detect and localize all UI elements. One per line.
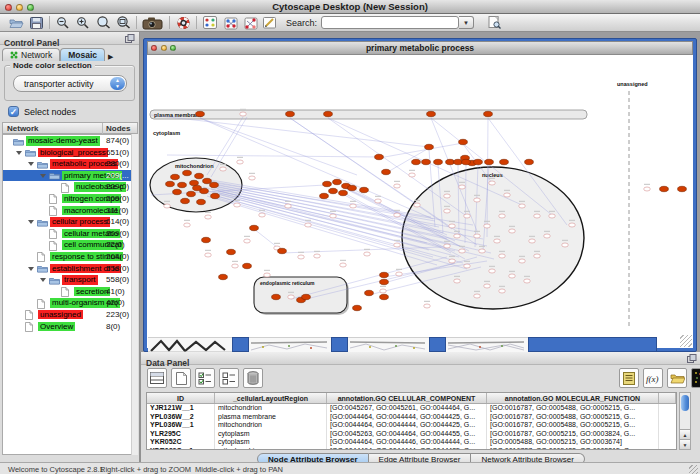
gene-node[interactable] — [264, 273, 271, 277]
canvas-resize-grip[interactable] — [680, 335, 692, 347]
select-attributes-icon[interactable] — [195, 368, 215, 388]
zoom-out-icon[interactable] — [53, 15, 73, 31]
table-cell[interactable]: YPL036W__1 — [147, 421, 215, 430]
gene-node[interactable] — [454, 234, 461, 238]
attribute-matrix-icon[interactable] — [691, 368, 700, 388]
table-cell[interactable]: YLR295C — [147, 430, 215, 439]
gene-node[interactable] — [524, 279, 531, 283]
tree-row[interactable]: unassigned223(0) — [3, 309, 137, 321]
selected-gene-node[interactable] — [462, 159, 471, 164]
selected-gene-node[interactable] — [425, 144, 434, 149]
net-zoom-button[interactable] — [170, 45, 176, 51]
attribute-table[interactable]: ID_cellularLayoutRegionannotation.GO CEL… — [146, 392, 677, 450]
selected-gene-node[interactable] — [211, 193, 220, 198]
gene-node[interactable] — [285, 204, 292, 208]
gene-node[interactable] — [234, 203, 241, 207]
selected-gene-node[interactable] — [173, 189, 182, 194]
tree-row[interactable]: establishment of lo558(0) — [3, 263, 137, 275]
tree-row[interactable]: macromolecule311(0) — [3, 205, 137, 217]
column-header[interactable]: annotation.GO MOLECULAR_FUNCTION — [487, 393, 659, 403]
background-window-frame[interactable] — [528, 337, 657, 352]
scroll-up-icon[interactable]: ▲ — [680, 429, 690, 439]
network-canvas[interactable]: plasma membrane cytoplasm mitochondrion … — [147, 55, 693, 348]
background-window-frame[interactable] — [429, 337, 446, 352]
gene-node[interactable] — [519, 259, 526, 263]
table-cell[interactable]: [GO:0016787, GO:0005488, GO:0005215, G..… — [487, 404, 659, 413]
gene-node[interactable] — [464, 264, 471, 268]
tree-node-label[interactable]: mosaic-demo-yeast — [26, 136, 100, 146]
save-session-icon[interactable] — [26, 15, 46, 31]
selected-gene-node[interactable] — [190, 180, 199, 185]
select-nodes-checkbox[interactable]: ✓ — [8, 106, 19, 117]
selected-gene-node[interactable] — [422, 159, 431, 164]
selected-gene-node[interactable] — [324, 111, 333, 116]
table-row[interactable]: YKR052Ccytoplasm[GO:0044464, GO:0044446,… — [147, 438, 676, 447]
gene-node[interactable] — [350, 204, 357, 208]
table-cell[interactable]: [GO:0044464, GO:0044444, GO:0044425, G..… — [327, 421, 487, 430]
table-cell[interactable]: mitochondrion — [215, 447, 327, 450]
table-cell[interactable]: mitochondrion — [215, 404, 327, 413]
table-row[interactable]: YLR295Ccytoplasm[GO:0045263, GO:0044464,… — [147, 430, 676, 439]
selected-gene-node[interactable] — [183, 170, 192, 175]
gene-node[interactable] — [534, 214, 541, 218]
table-cell[interactable]: cytoplasm — [215, 430, 327, 439]
gene-node[interactable] — [479, 249, 486, 253]
selected-gene-node[interactable] — [202, 237, 211, 242]
gene-node[interactable] — [644, 187, 651, 191]
gene-node[interactable] — [244, 239, 251, 243]
vizmapper-icon[interactable] — [200, 15, 220, 31]
tab-network[interactable]: Network — [2, 48, 60, 61]
column-header[interactable]: _cellularLayoutRegion — [215, 393, 327, 403]
selected-gene-node[interactable] — [353, 305, 362, 310]
gene-node[interactable] — [330, 214, 337, 218]
layout-nodes-icon[interactable] — [220, 15, 240, 31]
help-icon[interactable] — [173, 15, 193, 31]
zoom-in-icon[interactable] — [73, 15, 93, 31]
expand-arrow-icon[interactable] — [28, 162, 34, 166]
selected-gene-node[interactable] — [196, 111, 205, 116]
selected-gene-node[interactable] — [166, 181, 175, 186]
expand-arrow-icon[interactable] — [28, 267, 34, 271]
gene-node[interactable] — [484, 284, 491, 288]
delete-attribute-icon[interactable] — [243, 368, 263, 388]
selected-gene-node[interactable] — [178, 182, 187, 187]
tree-row[interactable]: primary metabo209(... — [3, 170, 137, 182]
table-cell[interactable]: plasma membrane — [215, 413, 327, 422]
gene-node[interactable] — [489, 181, 496, 185]
gene-node[interactable] — [414, 203, 421, 207]
tree-node-label[interactable]: biological_process — [38, 148, 108, 158]
gene-node[interactable] — [489, 269, 496, 273]
gene-node[interactable] — [459, 249, 466, 253]
expand-arrow-icon[interactable] — [40, 174, 46, 178]
selected-gene-node[interactable] — [272, 294, 281, 299]
selected-gene-node[interactable] — [227, 249, 236, 254]
gene-node[interactable] — [544, 234, 551, 238]
gene-node[interactable] — [474, 294, 481, 298]
selected-gene-node[interactable] — [181, 198, 190, 203]
gene-node[interactable] — [444, 244, 451, 248]
gene-node[interactable] — [340, 263, 347, 267]
gene-node[interactable] — [184, 223, 191, 227]
table-cell[interactable]: [GO:0016787, GO:0005488, GO:0005215, G..… — [487, 421, 659, 430]
selected-gene-node[interactable] — [210, 182, 219, 187]
annotation-icon[interactable] — [260, 15, 280, 31]
selected-gene-node[interactable] — [434, 159, 443, 164]
snapshot-icon[interactable] — [140, 15, 166, 31]
more-tabs-icon[interactable]: ▶ — [108, 53, 113, 61]
selected-gene-node[interactable] — [193, 185, 202, 190]
float-data-panel-icon[interactable] — [687, 354, 697, 363]
column-header[interactable]: annotation.GO CELLULAR_COMPONENT — [327, 393, 487, 403]
tree-row[interactable]: biological_process651(0) — [3, 147, 137, 159]
gene-node[interactable] — [499, 214, 506, 218]
table-cell[interactable]: [GO:0045263, GO:0044464, GO:0044455, G..… — [327, 430, 487, 439]
import-attributes-icon[interactable] — [667, 368, 687, 388]
table-cell[interactable]: YPL036W__2 — [147, 413, 215, 422]
gene-node[interactable] — [504, 193, 511, 197]
background-window-frame[interactable] — [232, 337, 249, 352]
selected-gene-node[interactable] — [678, 186, 687, 191]
gene-node[interactable] — [240, 112, 247, 116]
attribute-list-icon[interactable] — [619, 368, 639, 388]
gene-node[interactable] — [305, 223, 312, 227]
gene-node[interactable] — [205, 253, 212, 257]
selected-gene-node[interactable] — [412, 159, 421, 164]
